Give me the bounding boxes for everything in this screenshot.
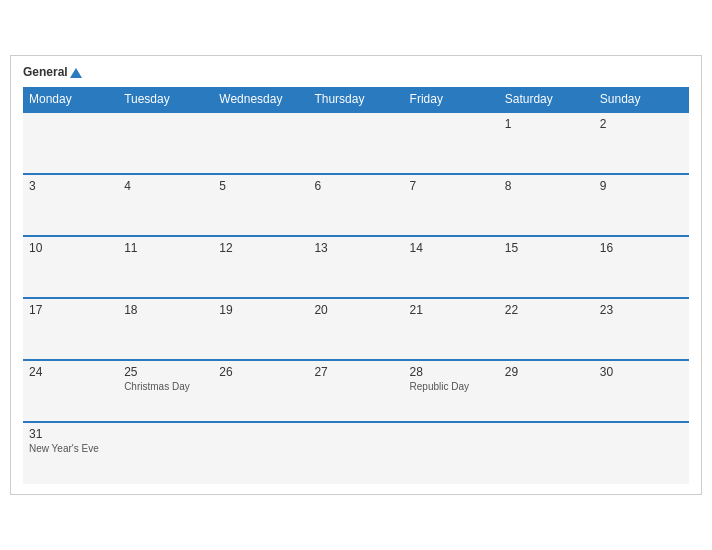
day-number: 29 (505, 365, 588, 379)
day-number: 23 (600, 303, 683, 317)
calendar-cell (308, 422, 403, 484)
day-number: 3 (29, 179, 112, 193)
calendar-row: 12 (23, 112, 689, 174)
day-number: 26 (219, 365, 302, 379)
calendar-cell (118, 422, 213, 484)
calendar-cell: 7 (404, 174, 499, 236)
day-number: 28 (410, 365, 493, 379)
column-header-saturday: Saturday (499, 87, 594, 112)
calendar-cell: 17 (23, 298, 118, 360)
day-number: 25 (124, 365, 207, 379)
day-number: 30 (600, 365, 683, 379)
day-number: 6 (314, 179, 397, 193)
calendar-cell: 12 (213, 236, 308, 298)
day-number: 1 (505, 117, 588, 131)
day-number: 9 (600, 179, 683, 193)
day-number: 5 (219, 179, 302, 193)
calendar-cell: 29 (499, 360, 594, 422)
day-number: 31 (29, 427, 112, 441)
calendar-cell: 22 (499, 298, 594, 360)
calendar-cell (404, 422, 499, 484)
day-number: 11 (124, 241, 207, 255)
column-header-wednesday: Wednesday (213, 87, 308, 112)
calendar-cell: 9 (594, 174, 689, 236)
calendar-cell (404, 112, 499, 174)
day-number: 18 (124, 303, 207, 317)
calendar-row: 2425Christmas Day262728Republic Day2930 (23, 360, 689, 422)
day-number: 10 (29, 241, 112, 255)
calendar-row: 31New Year's Eve (23, 422, 689, 484)
calendar-cell (308, 112, 403, 174)
calendar-cell: 6 (308, 174, 403, 236)
column-header-row: MondayTuesdayWednesdayThursdayFridaySatu… (23, 87, 689, 112)
event-label: New Year's Eve (29, 443, 112, 454)
calendar-cell: 25Christmas Day (118, 360, 213, 422)
calendar-row: 17181920212223 (23, 298, 689, 360)
calendar-cell (499, 422, 594, 484)
day-number: 8 (505, 179, 588, 193)
calendar-cell: 3 (23, 174, 118, 236)
day-number: 20 (314, 303, 397, 317)
day-number: 19 (219, 303, 302, 317)
calendar-cell: 24 (23, 360, 118, 422)
calendar-row: 10111213141516 (23, 236, 689, 298)
logo-triangle-icon (70, 68, 82, 78)
calendar-cell: 5 (213, 174, 308, 236)
column-header-friday: Friday (404, 87, 499, 112)
day-number: 16 (600, 241, 683, 255)
calendar-cell: 15 (499, 236, 594, 298)
calendar-cell: 13 (308, 236, 403, 298)
event-label: Christmas Day (124, 381, 207, 392)
calendar-cell: 14 (404, 236, 499, 298)
calendar-cell: 16 (594, 236, 689, 298)
day-number: 27 (314, 365, 397, 379)
day-number: 4 (124, 179, 207, 193)
calendar-cell: 21 (404, 298, 499, 360)
calendar-cell (213, 112, 308, 174)
calendar-row: 3456789 (23, 174, 689, 236)
calendar-cell: 8 (499, 174, 594, 236)
calendar-cell (594, 422, 689, 484)
calendar-cell: 28Republic Day (404, 360, 499, 422)
day-number: 12 (219, 241, 302, 255)
day-number: 22 (505, 303, 588, 317)
day-number: 2 (600, 117, 683, 131)
calendar-cell (118, 112, 213, 174)
column-header-monday: Monday (23, 87, 118, 112)
calendar-table: MondayTuesdayWednesdayThursdayFridaySatu… (23, 87, 689, 484)
column-header-thursday: Thursday (308, 87, 403, 112)
calendar-cell (213, 422, 308, 484)
calendar-wrapper: General MondayTuesdayWednesdayThursdayFr… (10, 55, 702, 495)
day-number: 15 (505, 241, 588, 255)
calendar-cell: 30 (594, 360, 689, 422)
calendar-cell: 26 (213, 360, 308, 422)
calendar-cell: 11 (118, 236, 213, 298)
logo-general-text: General (23, 66, 82, 79)
calendar-cell: 23 (594, 298, 689, 360)
calendar-cell: 20 (308, 298, 403, 360)
calendar-header: General (23, 66, 689, 79)
day-number: 24 (29, 365, 112, 379)
day-number: 13 (314, 241, 397, 255)
column-header-tuesday: Tuesday (118, 87, 213, 112)
event-label: Republic Day (410, 381, 493, 392)
day-number: 21 (410, 303, 493, 317)
calendar-cell: 1 (499, 112, 594, 174)
day-number: 7 (410, 179, 493, 193)
calendar-cell: 10 (23, 236, 118, 298)
day-number: 14 (410, 241, 493, 255)
calendar-cell (23, 112, 118, 174)
logo: General (23, 66, 82, 79)
calendar-cell: 18 (118, 298, 213, 360)
calendar-cell: 31New Year's Eve (23, 422, 118, 484)
day-number: 17 (29, 303, 112, 317)
calendar-cell: 19 (213, 298, 308, 360)
calendar-cell: 2 (594, 112, 689, 174)
column-header-sunday: Sunday (594, 87, 689, 112)
calendar-cell: 27 (308, 360, 403, 422)
calendar-cell: 4 (118, 174, 213, 236)
